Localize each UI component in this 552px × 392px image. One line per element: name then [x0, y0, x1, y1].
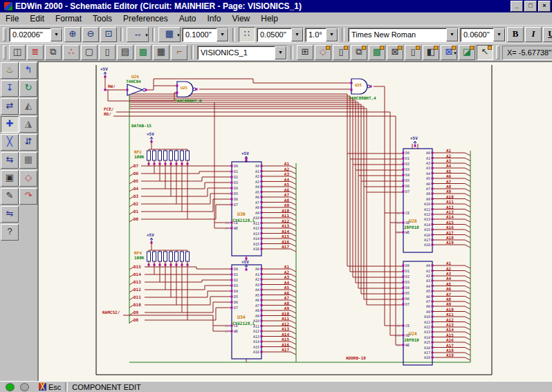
grid-button[interactable]: ▦▼ — [158, 27, 181, 42]
exchange-tool-button[interactable]: ⇵ — [19, 134, 37, 151]
fit-page-button[interactable]: ↔▼ — [127, 27, 149, 42]
image-pointer-tool-button[interactable]: ◪ — [459, 45, 475, 60]
maximize-button[interactable]: □ — [524, 1, 537, 12]
zoom-extents-tool-button[interactable]: ⊞ — [297, 45, 313, 60]
schematic-canvas[interactable]: +5V+5V+5V+5V+5V+5VRP2100KD7D6D5D4D3D2D1D… — [37, 61, 552, 382]
underline-button[interactable]: U — [543, 27, 552, 42]
svg-text:D6: D6 — [405, 297, 410, 301]
menu-help[interactable]: Help — [255, 12, 284, 25]
edit-properties-tool-button[interactable]: ✎ — [1, 188, 19, 205]
italic-button[interactable]: I — [525, 27, 542, 42]
bold-button[interactable]: B — [507, 27, 524, 42]
delete-tool-button[interactable]: ╳ — [1, 134, 19, 151]
svg-text:D4: D4 — [405, 286, 410, 290]
pin-swap-tool-button[interactable]: ⇋ — [1, 206, 19, 223]
move-tool-button[interactable]: ✚ — [1, 116, 19, 133]
undo-tool-button[interactable]: ↰ — [19, 62, 37, 79]
copy-pages-tool-button[interactable]: ⧉ — [351, 45, 367, 60]
schematic-drawing[interactable]: +5V+5V+5V+5V+5V+5VRP2100KD7D6D5D4D3D2D1D… — [39, 62, 551, 382]
close-button[interactable]: × — [538, 1, 551, 12]
zoom-out-button[interactable]: ⊖ — [82, 27, 99, 42]
component-tool-button[interactable]: ◫ — [9, 45, 26, 60]
chevron-down-icon[interactable]: ▼ — [275, 46, 286, 59]
toolbar-grip[interactable] — [3, 28, 6, 41]
picture-tool-button[interactable]: ▩ — [135, 45, 151, 60]
chevron-down-icon[interactable]: ▼ — [326, 28, 338, 41]
chevron-down-icon[interactable]: ▼ — [217, 28, 228, 41]
svg-text:D6: D6 — [405, 184, 410, 188]
chevron-down-icon[interactable]: ▼ — [50, 28, 62, 41]
drag-tool-button[interactable]: ⇄ — [1, 98, 19, 115]
menu-info[interactable]: Info — [201, 12, 226, 25]
minimize-button[interactable]: _ — [510, 1, 523, 12]
page-combo[interactable]: VISIONICS_1 ▼ — [197, 46, 287, 60]
mirror-vertical-tool-button[interactable]: ◭ — [19, 98, 37, 115]
toolbar-grip[interactable] — [496, 46, 499, 59]
chevron-down-icon[interactable]: ▼ — [453, 47, 457, 59]
picture-view-tool-button[interactable]: ▩ — [369, 45, 385, 60]
query-tool-button[interactable]: ? — [1, 224, 19, 241]
svg-text:CE: CE — [405, 324, 410, 328]
page-view-tool-button[interactable]: ▯ — [405, 45, 421, 60]
menu-auto[interactable]: Auto — [174, 12, 202, 25]
zoom-window-button[interactable]: ⊡ — [100, 27, 117, 42]
lock-tool-button[interactable]: ▣ — [1, 170, 19, 187]
svg-text:D7: D7 — [234, 306, 238, 310]
grid-size-combo[interactable]: 0.1000'' ▼ — [182, 28, 229, 42]
new-page-tool-button[interactable]: ▯ — [333, 45, 349, 60]
chevron-down-icon[interactable]: ▼ — [493, 28, 505, 41]
ratsnest-tool-button[interactable]: ∴ — [63, 45, 80, 60]
esc-label[interactable]: Esc — [48, 383, 61, 391]
svg-text:+5V: +5V — [410, 136, 418, 140]
svg-text:+5V: +5V — [147, 131, 154, 136]
svg-text:ADDRB-19: ADDRB-19 — [346, 355, 366, 360]
separator — [232, 28, 235, 41]
svg-text:A16: A16 — [253, 247, 259, 251]
move-vertex-tool-button[interactable]: ◇ — [315, 45, 331, 60]
netlist-tool-button[interactable]: ≣ — [27, 45, 44, 60]
svg-text:A6: A6 — [284, 290, 290, 295]
pointer-mode-tool-button[interactable]: ↖ — [477, 45, 493, 60]
svg-text:RD/: RD/ — [104, 111, 111, 116]
copy-sheet-tool-button[interactable]: ⧉ — [45, 45, 62, 60]
menu-file[interactable]: File — [0, 12, 24, 25]
import-tool-button[interactable]: ↧ — [1, 80, 19, 97]
snap-size-combo[interactable]: 0.0500'' ▼ — [257, 28, 304, 42]
snap-grid-button[interactable]: ∷ — [239, 27, 255, 42]
text-size-combo[interactable]: 0.0600'' ▼ — [460, 28, 506, 42]
grid-matrix-tool-button[interactable]: ▦ — [153, 45, 169, 60]
svg-text:A2: A2 — [284, 270, 290, 274]
menu-view[interactable]: View — [226, 12, 255, 25]
new-sheet-tool-button[interactable]: ▯ — [99, 45, 116, 60]
angle-combo[interactable]: 1.0° ▼ — [305, 28, 338, 42]
rotate-any-tool-button[interactable]: ↷ — [19, 188, 37, 205]
node-select-tool-button[interactable]: ⊠ — [387, 45, 403, 60]
svg-text:A8: A8 — [284, 301, 290, 306]
chevron-down-icon[interactable]: ▼ — [291, 28, 303, 41]
mirror-horizontal-tool-button[interactable]: ◮ — [19, 116, 37, 133]
scale-combo[interactable]: 0.02006'' ▼ — [9, 28, 63, 42]
svg-text:A12: A12 — [446, 205, 454, 209]
wire-tool-button[interactable]: ♨ — [1, 62, 19, 79]
menu-format[interactable]: Format — [50, 12, 87, 25]
delete-grid-tool-button[interactable]: ⊠▼ — [441, 45, 457, 60]
select-area-tool-button[interactable]: ▢ — [81, 45, 98, 60]
measure-tool-button[interactable]: ⌐ — [171, 45, 187, 60]
contrast-tool-button[interactable]: ◧ — [423, 45, 439, 60]
sheet-template-tool-button[interactable]: ▤ — [117, 45, 134, 60]
origin-tool-button[interactable]: ◇ — [19, 170, 37, 187]
menu-preferences[interactable]: Preferences — [118, 12, 174, 25]
grid-snap-tool-button[interactable]: ▦ — [19, 152, 37, 169]
zoom-in-button[interactable]: ⊕ — [64, 27, 81, 42]
separator — [191, 46, 194, 59]
svg-text:CE: CE — [234, 324, 238, 328]
esc-icon[interactable]: ╳ — [39, 383, 46, 391]
menu-tools[interactable]: Tools — [87, 12, 118, 25]
toolbar-grip[interactable] — [3, 46, 6, 59]
font-combo[interactable]: Times New Roman ▼ — [348, 28, 459, 42]
rotate-tool-button[interactable]: ↻ — [19, 80, 37, 97]
chevron-down-icon[interactable]: ▼ — [446, 28, 458, 41]
swap-tool-button[interactable]: ⇆ — [1, 152, 19, 169]
menu-edit[interactable]: Edit — [24, 12, 50, 25]
grid-icon: ▦ — [165, 28, 174, 39]
